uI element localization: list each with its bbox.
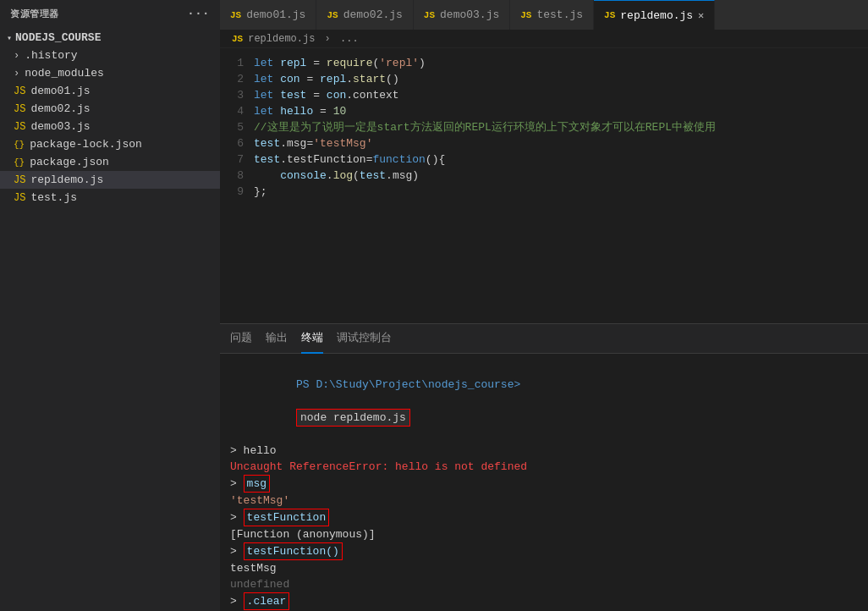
sidebar-item-label: demo03.js	[30, 120, 90, 133]
sidebar-header: 资源管理器 ···	[0, 0, 220, 27]
tab-demo03[interactable]: JS demo03.js	[414, 0, 510, 30]
terminal-ps-line: PS D:\Study\Project\nodejs_course> node …	[230, 361, 858, 443]
sidebar-item-label: package-lock.json	[30, 138, 142, 151]
js-file-icon: JS	[14, 121, 25, 133]
section-title: NODEJS_COURSE	[15, 31, 101, 44]
code-line-5: 5 //这里是为了说明一定是start方法返回的REPL运行环境的上下文对象才可…	[220, 119, 868, 135]
sidebar-item-label: node_modules	[25, 67, 104, 80]
chevron-down-icon: ▾	[7, 33, 12, 43]
panel-tabs: 问题 输出 终端 调试控制台	[220, 324, 868, 354]
code-line-3: 3 let test = con.context	[220, 87, 868, 103]
terminal-error-line: Uncaught ReferenceError: hello is not de…	[230, 459, 858, 475]
sidebar-header-icons: ···	[187, 7, 210, 20]
code-line-9: 9 };	[220, 184, 868, 200]
tab-demo02[interactable]: JS demo02.js	[316, 0, 413, 30]
line-number: 7	[220, 151, 254, 168]
sidebar-item-demo02[interactable]: JS demo02.js	[0, 100, 220, 118]
code-editor[interactable]: 1 let repl = require('repl') 2 let con =…	[220, 48, 868, 323]
sidebar: 资源管理器 ··· ▾ NODEJS_COURSE › .history › n…	[0, 0, 220, 611]
line-content: //这里是为了说明一定是start方法返回的REPL运行环境的上下文对象才可以在…	[254, 119, 868, 135]
section-label[interactable]: ▾ NODEJS_COURSE	[0, 29, 220, 47]
tab-label: demo02.js	[343, 8, 403, 21]
testfunction-call-highlight: testFunction()	[244, 542, 343, 560]
terminal-line-msg: > msg	[230, 475, 858, 493]
line-number: 8	[220, 168, 254, 184]
tab-label: demo03.js	[440, 8, 499, 21]
tab-demo01[interactable]: JS demo01.js	[220, 0, 316, 30]
js-icon: JS	[520, 10, 531, 20]
terminal-output-function: [Function (anonymous)]	[230, 526, 858, 542]
code-line-7: 7 test.testFunction=function(){	[220, 151, 868, 168]
tab-repldemo[interactable]: JS repldemo.js ✕	[594, 0, 715, 30]
sidebar-item-label: demo01.js	[30, 85, 90, 97]
tab-label: demo01.js	[246, 8, 305, 21]
terminal-output-undefined: undefined	[230, 576, 858, 592]
tab-problems[interactable]: 问题	[230, 323, 252, 354]
line-content: let hello = 10	[254, 103, 868, 119]
terminal[interactable]: PS D:\Study\Project\nodejs_course> node …	[220, 354, 868, 611]
js-file-icon: JS	[14, 192, 25, 204]
line-number: 6	[220, 135, 254, 151]
line-content: let test = con.context	[254, 87, 868, 103]
js-icon: JS	[230, 10, 241, 20]
js-icon: JS	[604, 10, 615, 20]
tab-bar: JS demo01.js JS demo02.js JS demo03.js J…	[220, 0, 868, 30]
sidebar-item-node-modules[interactable]: › node_modules	[0, 64, 220, 82]
sidebar-item-label: package.json	[30, 156, 109, 168]
line-number: 5	[220, 119, 254, 135]
tab-terminal[interactable]: 终端	[301, 323, 323, 354]
js-icon: JS	[327, 10, 338, 20]
clear-highlight: .clear	[244, 592, 290, 610]
line-number: 1	[220, 55, 254, 71]
json-file-icon: {}	[14, 140, 25, 150]
js-icon: JS	[424, 10, 435, 20]
code-line-4: 4 let hello = 10	[220, 103, 868, 119]
close-icon[interactable]: ✕	[698, 9, 704, 22]
more-icon[interactable]: ···	[187, 7, 210, 20]
tab-debug-console[interactable]: 调试控制台	[337, 323, 392, 354]
line-content: console.log(test.msg)	[254, 168, 868, 184]
sidebar-item-package[interactable]: {} package.json	[0, 153, 220, 171]
chevron-right-icon: ›	[14, 68, 19, 80]
sidebar-item-history[interactable]: › .history	[0, 47, 220, 64]
code-line-2: 2 let con = repl.start()	[220, 71, 868, 87]
ps-path: PS D:\Study\Project\nodejs_course>	[296, 378, 520, 391]
sidebar-item-label: demo02.js	[30, 102, 90, 115]
breadcrumb-ellipsis: ...	[340, 33, 359, 45]
js-file-icon: JS	[14, 174, 25, 186]
js-file-icon: JS	[14, 85, 25, 97]
tab-label: test.js	[536, 8, 583, 21]
line-content: let repl = require('repl')	[254, 55, 868, 71]
line-number: 4	[220, 103, 254, 119]
sidebar-item-demo01[interactable]: JS demo01.js	[0, 82, 220, 100]
sidebar-title: 资源管理器	[10, 8, 59, 20]
sidebar-item-demo03[interactable]: JS demo03.js	[0, 118, 220, 135]
line-content: test.testFunction=function(){	[254, 151, 868, 168]
terminal-output-testmsg2: testMsg	[230, 560, 858, 576]
breadcrumb: JS repldemo.js › ...	[220, 30, 868, 48]
sidebar-item-package-lock[interactable]: {} package-lock.json	[0, 135, 220, 153]
js-file-icon: JS	[14, 103, 25, 115]
breadcrumb-separator: ›	[318, 33, 337, 45]
msg-highlight: msg	[244, 475, 270, 493]
tab-output[interactable]: 输出	[266, 323, 288, 354]
tab-label: repldemo.js	[620, 9, 693, 22]
code-line-1: 1 let repl = require('repl')	[220, 55, 868, 71]
sidebar-item-test[interactable]: JS test.js	[0, 189, 220, 206]
panel: 问题 输出 终端 调试控制台 PS D:\Study\Project\nodej…	[220, 323, 868, 611]
sidebar-item-label: .history	[25, 49, 77, 62]
terminal-line-testfunction-call: > testFunction()	[230, 542, 858, 560]
editor-area: JS demo01.js JS demo02.js JS demo03.js J…	[220, 0, 868, 611]
code-line-6: 6 test.msg='testMsg'	[220, 135, 868, 151]
line-content: };	[254, 184, 868, 200]
terminal-line-clear: > .clear	[230, 592, 858, 610]
json-file-icon: {}	[14, 157, 25, 168]
code-line-8: 8 console.log(test.msg)	[220, 168, 868, 184]
chevron-right-icon: ›	[14, 50, 19, 62]
line-content: let con = repl.start()	[254, 71, 868, 87]
sidebar-item-repldemo[interactable]: JS repldemo.js	[0, 171, 220, 189]
line-number: 2	[220, 71, 254, 87]
tab-test[interactable]: JS test.js	[510, 0, 594, 30]
line-number: 3	[220, 87, 254, 103]
testfunction-highlight: testFunction	[244, 509, 330, 526]
